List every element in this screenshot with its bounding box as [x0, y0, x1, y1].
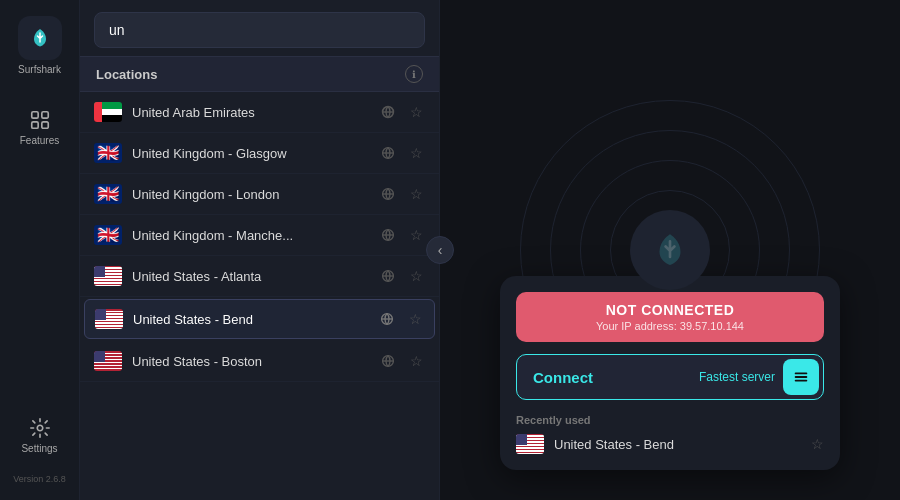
signal-icon [379, 267, 397, 285]
not-connected-ip: Your IP address: 39.57.10.144 [532, 320, 808, 332]
list-item[interactable]: United Arab Emirates ☆ [80, 92, 439, 133]
svg-rect-19 [795, 373, 808, 375]
sidebar: Surfshark Features Settings Version 2.6.… [0, 0, 80, 500]
signal-icon [379, 226, 397, 244]
fastest-server-label[interactable]: Fastest server [699, 370, 775, 384]
location-name: United Kingdom - London [132, 187, 369, 202]
sidebar-brand-label: Surfshark [18, 64, 61, 75]
sidebar-settings[interactable]: Settings [6, 407, 74, 464]
signal-icon [379, 352, 397, 370]
svg-rect-20 [795, 376, 808, 378]
signal-icon [379, 185, 397, 203]
svg-rect-1 [41, 112, 47, 118]
recent-star-icon[interactable]: ☆ [811, 436, 824, 452]
location-name: United States - Atlanta [132, 269, 369, 284]
location-name: United Arab Emirates [132, 105, 369, 120]
svg-point-4 [37, 425, 43, 431]
location-name: United States - Boston [132, 354, 369, 369]
flag-us-boston [94, 351, 122, 371]
search-input[interactable] [94, 12, 425, 48]
connect-row: Connect Fastest server [516, 354, 824, 400]
star-icon[interactable]: ☆ [406, 310, 424, 328]
star-icon[interactable]: ☆ [407, 267, 425, 285]
flag-uk-manchester: 🇬🇧 [94, 225, 122, 245]
flag-us-bend [95, 309, 123, 329]
connect-card: NOT CONNECTED Your IP address: 39.57.10.… [500, 276, 840, 470]
flag-uae [94, 102, 122, 122]
flag-us-recent [516, 434, 544, 454]
flag-us-atlanta [94, 266, 122, 286]
location-name-selected: United States - Bend [133, 312, 368, 327]
logo-center [630, 210, 710, 290]
info-icon[interactable]: ℹ [405, 65, 423, 83]
list-item[interactable]: United States - Atlanta ☆ [80, 256, 439, 297]
star-icon[interactable]: ☆ [407, 185, 425, 203]
main-area: ‹ NOT CONNECTED Your IP address: 39.57.1… [440, 0, 900, 500]
recent-item[interactable]: United States - Bend ☆ [516, 434, 824, 454]
recent-item-name: United States - Bend [554, 437, 801, 452]
svg-rect-0 [31, 112, 37, 118]
list-item[interactable]: 🇬🇧 United Kingdom - London ☆ [80, 174, 439, 215]
recently-used-section: Recently used United States - Bend ☆ [516, 414, 824, 454]
signal-icon [378, 310, 396, 328]
flag-uk-glasgow: 🇬🇧 [94, 143, 122, 163]
list-item[interactable]: United States - Boston ☆ [80, 341, 439, 382]
location-name: United Kingdom - Manche... [132, 228, 369, 243]
sidebar-version: Version 2.6.8 [13, 474, 66, 484]
sidebar-features-label: Features [20, 135, 59, 146]
flag-uk-london: 🇬🇧 [94, 184, 122, 204]
location-panel: Locations ℹ United Arab Emirates ☆ 🇬🇧 Un… [80, 0, 440, 500]
sidebar-settings-label: Settings [21, 443, 57, 454]
svg-rect-3 [41, 122, 47, 128]
star-icon[interactable]: ☆ [407, 103, 425, 121]
sidebar-item-features[interactable]: Features [6, 99, 74, 156]
recently-used-label: Recently used [516, 414, 824, 426]
sidebar-logo[interactable] [18, 16, 62, 60]
svg-rect-2 [31, 122, 37, 128]
signal-icon [379, 103, 397, 121]
not-connected-title: NOT CONNECTED [532, 302, 808, 318]
locations-title: Locations [96, 67, 157, 82]
list-item-selected[interactable]: United States - Bend ☆ [84, 299, 435, 339]
hamburger-button[interactable] [783, 359, 819, 395]
collapse-button[interactable]: ‹ [426, 236, 454, 264]
svg-rect-21 [795, 380, 808, 382]
connect-button[interactable]: Connect [533, 369, 699, 386]
locations-header: Locations ℹ [80, 56, 439, 92]
not-connected-banner: NOT CONNECTED Your IP address: 39.57.10.… [516, 292, 824, 342]
signal-icon [379, 144, 397, 162]
star-icon[interactable]: ☆ [407, 226, 425, 244]
list-item[interactable]: 🇬🇧 United Kingdom - Glasgow ☆ [80, 133, 439, 174]
location-list: United Arab Emirates ☆ 🇬🇧 United Kingdom… [80, 92, 439, 500]
star-icon[interactable]: ☆ [407, 352, 425, 370]
list-item[interactable]: 🇬🇧 United Kingdom - Manche... ☆ [80, 215, 439, 256]
location-name: United Kingdom - Glasgow [132, 146, 369, 161]
star-icon[interactable]: ☆ [407, 144, 425, 162]
